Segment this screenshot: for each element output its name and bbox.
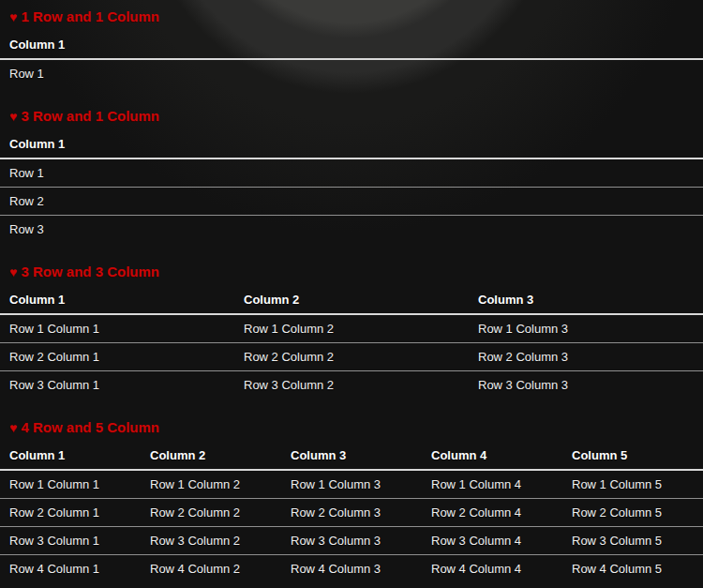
table-row: Row 1 xyxy=(0,158,703,188)
content: ♥ 1 Row and 1 ColumnColumn 1Row 1♥ 3 Row… xyxy=(0,8,703,588)
table-header-row: Column 1Column 2Column 3Column 4Column 5 xyxy=(0,442,703,470)
table-cell: Row 3 Column 3 xyxy=(281,527,422,555)
table-header-row: Column 1 xyxy=(0,130,703,158)
table-header-row: Column 1 xyxy=(0,31,703,59)
table-header: Column 1Column 2Column 3Column 4Column 5 xyxy=(0,442,703,470)
table-cell: Row 1 Column 5 xyxy=(562,470,703,499)
table-row: Row 1 xyxy=(0,59,703,87)
table-cell: Row 2 Column 5 xyxy=(562,499,703,527)
table-row: Row 2 Column 1Row 2 Column 2Row 2 Column… xyxy=(0,499,703,527)
table-row: Row 3 xyxy=(0,216,703,244)
table-cell: Row 2 Column 2 xyxy=(141,499,281,527)
column-header: Column 2 xyxy=(234,286,469,314)
column-header: Column 2 xyxy=(141,442,281,470)
section-heading: ♥ 3 Row and 1 Column xyxy=(9,108,694,125)
table-cell: Row 1 xyxy=(0,158,703,188)
column-header: Column 4 xyxy=(422,442,562,470)
table-row: Row 1 Column 1Row 1 Column 2Row 1 Column… xyxy=(0,470,703,499)
table-cell: Row 2 Column 3 xyxy=(281,499,422,527)
table-cell: Row 4 Column 5 xyxy=(562,555,703,583)
table-cell: Row 3 Column 1 xyxy=(0,371,234,400)
section-title: 1 Row and 1 Column xyxy=(21,8,159,24)
column-header: Column 1 xyxy=(0,286,234,314)
table-cell: Row 2 Column 2 xyxy=(234,343,469,371)
column-header: Column 1 xyxy=(0,442,141,470)
table-body: Row 1 Column 1Row 1 Column 2Row 1 Column… xyxy=(0,314,703,399)
section-heading: ♥ 3 Row and 3 Column xyxy=(9,264,694,280)
table-header: Column 1 xyxy=(0,31,703,59)
column-header: Column 3 xyxy=(281,442,422,470)
heart-icon: ♥ xyxy=(9,109,17,124)
table-cell: Row 1 Column 4 xyxy=(422,470,562,499)
table-cell: Row 2 xyxy=(0,188,703,216)
table-cell: Row 3 Column 4 xyxy=(422,527,562,555)
table-cell: Row 4 Column 1 xyxy=(0,555,141,583)
table-cell: Row 2 Column 3 xyxy=(469,343,703,371)
data-table: Column 1Row 1 xyxy=(0,31,703,87)
column-header: Column 1 xyxy=(0,130,703,158)
table-body: Row 1 Column 1Row 1 Column 2Row 1 Column… xyxy=(0,470,703,582)
section-heading: ♥ 1 Row and 1 Column xyxy=(9,8,694,25)
table-cell: Row 3 Column 2 xyxy=(234,371,469,400)
table-body: Row 1Row 2Row 3 xyxy=(0,158,703,243)
table-cell: Row 2 Column 4 xyxy=(422,499,562,527)
table-cell: Row 2 Column 1 xyxy=(0,343,234,371)
data-table: Column 1Column 2Column 3Column 4Column 5… xyxy=(0,442,703,582)
table-cell: Row 1 xyxy=(0,59,703,87)
table-row: Row 4 Column 1Row 4 Column 2Row 4 Column… xyxy=(0,555,703,583)
table-cell: Row 1 Column 1 xyxy=(0,314,234,343)
table-header: Column 1Column 2Column 3 xyxy=(0,286,703,314)
table-cell: Row 3 Column 3 xyxy=(469,371,703,400)
table-cell: Row 1 Column 1 xyxy=(0,470,141,499)
column-header: Column 5 xyxy=(562,442,703,470)
table-cell: Row 4 Column 4 xyxy=(422,555,562,583)
data-table: Column 1Row 1Row 2Row 3 xyxy=(0,130,703,243)
table-cell: Row 3 Column 5 xyxy=(562,527,703,555)
table-cell: Row 1 Column 3 xyxy=(469,314,703,343)
table-row: Row 2 xyxy=(0,188,703,216)
heart-icon: ♥ xyxy=(9,264,17,279)
table-cell: Row 3 xyxy=(0,216,703,244)
table-row: Row 1 Column 1Row 1 Column 2Row 1 Column… xyxy=(0,314,703,343)
table-cell: Row 3 Column 2 xyxy=(141,527,281,555)
section-title: 3 Row and 1 Column xyxy=(21,108,159,124)
table-header: Column 1 xyxy=(0,130,703,158)
data-table: Column 1Column 2Column 3Row 1 Column 1Ro… xyxy=(0,286,703,399)
table-header-row: Column 1Column 2Column 3 xyxy=(0,286,703,314)
table-row: Row 3 Column 1Row 3 Column 2Row 3 Column… xyxy=(0,371,703,400)
table-cell: Row 1 Column 3 xyxy=(281,470,422,499)
table-cell: Row 1 Column 2 xyxy=(234,314,469,343)
column-header: Column 3 xyxy=(469,286,703,314)
table-cell: Row 4 Column 3 xyxy=(281,555,422,583)
heart-icon: ♥ xyxy=(9,9,17,24)
table-cell: Row 4 Column 2 xyxy=(141,555,281,583)
column-header: Column 1 xyxy=(0,31,703,59)
table-row: Row 3 Column 1Row 3 Column 2Row 3 Column… xyxy=(0,527,703,555)
section-heading: ♥ 4 Row and 5 Column xyxy=(9,419,694,436)
table-cell: Row 1 Column 2 xyxy=(141,470,281,499)
table-cell: Row 3 Column 1 xyxy=(0,527,141,555)
heart-icon: ♥ xyxy=(9,420,17,435)
table-cell: Row 2 Column 1 xyxy=(0,499,141,527)
section-title: 4 Row and 5 Column xyxy=(21,419,159,435)
table-body: Row 1 xyxy=(0,59,703,87)
section-title: 3 Row and 3 Column xyxy=(21,264,159,279)
table-row: Row 2 Column 1Row 2 Column 2Row 2 Column… xyxy=(0,343,703,371)
